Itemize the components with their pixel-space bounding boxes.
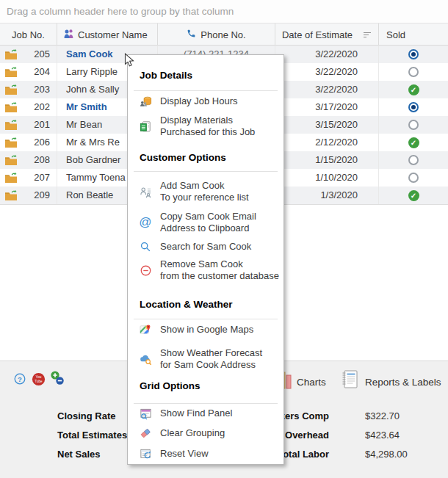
sold-indicator bbox=[408, 49, 419, 59]
menu-separator bbox=[134, 90, 278, 91]
menu-section-grid-options: Grid Options bbox=[140, 380, 278, 392]
date-of-estimate: 3/22/2020 bbox=[275, 63, 379, 81]
context-menu: Job Details Display Job Hours bbox=[127, 54, 284, 465]
menu-section-location-weather: Location & Weather bbox=[140, 299, 278, 311]
grid-header: Job No. Customer Name Phone No. D bbox=[0, 23, 448, 46]
stat-total-labor-value: $4,298.00 bbox=[365, 449, 408, 460]
help-icon[interactable]: ? bbox=[14, 373, 26, 388]
job-no: 209 bbox=[34, 187, 50, 204]
menu-separator bbox=[134, 319, 278, 319]
search-icon bbox=[138, 241, 153, 253]
job-no: 204 bbox=[34, 63, 50, 81]
menu-item-reset-view[interactable]: Reset View bbox=[128, 448, 283, 460]
clear-grouping-icon bbox=[138, 427, 153, 439]
customer-header-icon bbox=[63, 29, 74, 41]
column-header-sold[interactable]: Sold bbox=[379, 23, 448, 46]
job-no: 208 bbox=[34, 151, 50, 169]
job-no: 207 bbox=[34, 169, 50, 187]
menu-item-show-weather-forecast[interactable]: Show Weather Forecast for Sam Cook Addre… bbox=[128, 347, 283, 371]
sold-indicator bbox=[408, 120, 419, 130]
date-of-estimate: 3/15/2020 bbox=[275, 116, 379, 134]
date-of-estimate: 1/10/2020 bbox=[275, 169, 379, 187]
menu-item-search-customer[interactable]: Search for Sam Cook bbox=[128, 241, 283, 253]
job-no: 203 bbox=[34, 81, 50, 98]
date-of-estimate: 3/22/2020 bbox=[275, 46, 379, 63]
menu-item-clear-grouping[interactable]: Clear Grouping bbox=[128, 427, 283, 439]
reset-view-icon bbox=[138, 448, 153, 460]
date-of-estimate: 1/3/2020 bbox=[275, 187, 379, 204]
menu-separator bbox=[134, 403, 278, 404]
menu-section-customer-options: Customer Options bbox=[140, 152, 278, 164]
menu-separator bbox=[134, 171, 278, 172]
job-hours-icon bbox=[138, 95, 153, 108]
svg-text:?: ? bbox=[18, 375, 22, 383]
date-of-estimate: 3/17/2020 bbox=[275, 98, 379, 116]
charts-label[interactable]: Charts bbox=[297, 377, 326, 388]
column-header-date-of-estimate[interactable]: Date of Estimate bbox=[275, 23, 379, 46]
date-of-estimate: 2/12/2020 bbox=[275, 134, 379, 151]
folder-icon[interactable] bbox=[4, 189, 18, 207]
remove-customer-icon bbox=[138, 264, 153, 277]
sold-indicator bbox=[408, 137, 419, 148]
svg-text:Tube: Tube bbox=[35, 380, 43, 383]
app-window: Drag a column header here to group by th… bbox=[0, 0, 448, 478]
menu-item-display-job-hours[interactable]: Display Job Hours bbox=[128, 95, 283, 107]
youtube-icon[interactable]: You Tube bbox=[32, 372, 46, 389]
job-no: 202 bbox=[34, 98, 50, 116]
email-at-icon: @ bbox=[138, 215, 153, 230]
mouse-cursor bbox=[124, 53, 135, 71]
find-panel-icon bbox=[138, 408, 153, 420]
reports-labels-label[interactable]: Reports & Labels bbox=[365, 377, 441, 388]
sold-indicator bbox=[408, 102, 419, 112]
menu-item-show-find-panel[interactable]: Show Find Panel bbox=[128, 408, 283, 419]
google-maps-icon bbox=[138, 324, 153, 336]
column-header-date-label: Date of Estimate bbox=[282, 29, 353, 40]
column-header-sold-label: Sold bbox=[386, 29, 405, 40]
column-header-phone-no[interactable]: Phone No. bbox=[158, 23, 275, 46]
date-of-estimate: 1/15/2020 bbox=[275, 151, 379, 169]
job-no: 205 bbox=[34, 46, 50, 63]
phone-header-icon bbox=[187, 29, 196, 40]
materials-icon bbox=[138, 120, 153, 133]
job-no: 201 bbox=[34, 116, 50, 134]
sold-indicator bbox=[408, 190, 419, 201]
column-header-job-no[interactable]: Job No. bbox=[0, 23, 57, 46]
column-header-customer-name[interactable]: Customer Name bbox=[57, 23, 158, 46]
sold-indicator bbox=[408, 173, 419, 183]
stat-workers-comp-value: $322.70 bbox=[365, 410, 400, 422]
menu-item-remove-customer[interactable]: Remove Sam Cook from the customer databa… bbox=[128, 258, 283, 282]
sold-indicator bbox=[408, 84, 419, 95]
date-of-estimate: 3/22/2020 bbox=[275, 81, 379, 98]
sold-indicator bbox=[408, 67, 419, 77]
add-remove-icon[interactable] bbox=[49, 370, 65, 390]
menu-item-copy-email[interactable]: @ Copy Sam Cook Email Address to Clipboa… bbox=[128, 211, 283, 234]
sold-indicator bbox=[408, 155, 419, 165]
add-to-reference-icon bbox=[138, 186, 153, 198]
job-no: 206 bbox=[34, 134, 50, 151]
column-header-phone-no-label: Phone No. bbox=[200, 29, 245, 40]
menu-item-add-to-reference-list[interactable]: Add Sam Cook To your reference list bbox=[128, 180, 283, 203]
stat-overhead-value: $423.64 bbox=[365, 430, 400, 441]
weather-forecast-icon bbox=[138, 353, 153, 366]
column-header-customer-name-label: Customer Name bbox=[78, 29, 148, 40]
sort-icon bbox=[363, 29, 372, 40]
menu-item-display-materials[interactable]: Display Materials Purchased for this Job bbox=[128, 115, 283, 138]
reports-icon[interactable] bbox=[341, 369, 359, 392]
menu-section-job-details: Job Details bbox=[140, 70, 278, 82]
group-by-drop-zone[interactable]: Drag a column header here to group by th… bbox=[0, 0, 448, 23]
menu-item-show-in-google-maps[interactable]: Show in Google Maps bbox=[128, 324, 283, 336]
column-header-job-no-label: Job No. bbox=[12, 29, 45, 40]
